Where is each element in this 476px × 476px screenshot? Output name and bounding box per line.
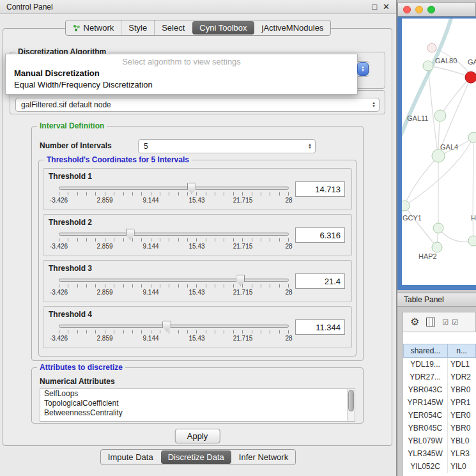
table-cell: YPR145W <box>403 396 448 409</box>
table-row[interactable]: YDL19...YDL1 <box>403 358 476 371</box>
threshold-slider[interactable]: -3.4262.8599.14415.4321.71528 <box>59 325 289 345</box>
table-cell: YPR1 <box>448 396 476 409</box>
network-graph: GAL80 GA GAL11 GAL4 GCY1 HAP2 H <box>402 19 476 285</box>
slider-tick-labels: -3.4262.8599.14415.4321.71528 <box>59 197 289 204</box>
node-label: HAP2 <box>418 252 437 260</box>
tab-style[interactable]: Style <box>121 20 154 35</box>
table-data-combo[interactable]: galFiltered.sif default node ▲▼ <box>15 98 380 112</box>
tab-impute-data[interactable]: Impute Data <box>101 450 160 464</box>
threshold-slider[interactable]: -3.4262.8599.14415.4321.71528 <box>59 279 289 299</box>
table-cell: YLR3 <box>448 447 476 460</box>
network-node[interactable] <box>434 110 446 121</box>
tick-label: 21.715 <box>233 197 253 204</box>
list-item[interactable]: SelfLoops <box>40 389 355 399</box>
table-cell: YIL052C <box>403 460 448 473</box>
node-label: GAL4 <box>440 143 458 151</box>
table-row[interactable]: YPR145WYPR1 <box>403 396 476 409</box>
network-node[interactable] <box>468 132 476 142</box>
slider-tick-labels: -3.4262.8599.14415.4321.71528 <box>59 289 289 296</box>
column-header[interactable]: n... <box>448 344 476 358</box>
tab-discretize-data[interactable]: Discretize Data <box>161 450 231 464</box>
columns-icon[interactable] <box>426 318 435 326</box>
algorithm-dropdown-options: Manual DiscretizationEqual Width/Frequen… <box>6 68 357 91</box>
combo-stepper-icon[interactable]: ▲ ▼ <box>357 62 369 76</box>
table-row[interactable]: YBR043CYBR0 <box>403 383 476 396</box>
threshold-panel: Threshold 1 -3.4262.8599.14415.4321.7152… <box>43 168 352 210</box>
combo-stepper-icon: ▲▼ <box>372 102 376 108</box>
tab-network[interactable]: Network <box>66 20 121 35</box>
table-row[interactable]: YBR045CYBR0 <box>403 422 476 434</box>
table-row[interactable]: YBL079WYBL0 <box>403 434 476 447</box>
tick-label: 21.715 <box>233 243 253 250</box>
network-node-selected[interactable] <box>465 72 476 83</box>
table-row[interactable]: YIL052CYIL0 <box>403 460 476 473</box>
zoom-traffic-light-icon[interactable] <box>427 6 435 13</box>
slider-track[interactable] <box>59 279 289 282</box>
attributes-group-title: Attributes to discretize <box>37 363 125 372</box>
tick-label: 9.144 <box>142 335 158 342</box>
table-cell: YDL19... <box>403 358 448 371</box>
dropdown-option[interactable]: Manual Discretization <box>6 68 357 79</box>
tick-label: -3.426 <box>50 335 68 342</box>
network-node[interactable] <box>427 43 436 52</box>
network-node[interactable] <box>432 150 445 162</box>
slider-track[interactable] <box>59 325 289 328</box>
tick-label: 15.43 <box>188 289 204 296</box>
number-of-intervals-combo[interactable]: 5 ▲▼ <box>138 139 316 153</box>
network-node[interactable] <box>433 223 443 233</box>
scrollbar[interactable] <box>347 389 355 421</box>
tick-label: -3.426 <box>50 197 68 204</box>
node-label: GAL80 <box>435 57 457 65</box>
table-row[interactable]: YDR27...YDR2 <box>403 371 476 383</box>
interval-definition-title: Interval Definition <box>37 121 107 130</box>
screen: Control Panel □ ✕ Discretization Algorit… <box>0 0 476 476</box>
slider-track[interactable] <box>59 233 289 236</box>
list-item[interactable]: TopologicalCoefficient <box>40 399 355 408</box>
network-frame: GAL80 GA GAL11 GAL4 GCY1 HAP2 H <box>397 17 476 290</box>
highlighted-edge[interactable] <box>402 19 452 146</box>
numerical-attributes-list[interactable]: SelfLoopsTopologicalCoefficientBetweenne… <box>40 388 355 422</box>
float-icon[interactable]: □ <box>372 2 377 12</box>
close-traffic-light-icon[interactable] <box>403 6 411 13</box>
table-toolbar: ⚙ ☑ ☑ <box>403 312 476 332</box>
network-node[interactable] <box>423 61 433 71</box>
network-window-titlebar[interactable] <box>397 3 476 17</box>
list-item[interactable]: BetweennessCentrality <box>40 408 355 418</box>
scrollbar-thumb[interactable] <box>348 390 354 411</box>
table-cell: YLR345W <box>403 447 448 460</box>
threshold-value-field[interactable]: 14.713 <box>295 181 345 197</box>
slider-tick-labels: -3.4262.8599.14415.4321.71528 <box>59 335 289 342</box>
table-row[interactable]: YLR345WYLR3 <box>403 447 476 460</box>
dropdown-option[interactable]: Equal Width/Frequency Discretization <box>6 79 357 91</box>
threshold-slider[interactable]: -3.4262.8599.14415.4321.71528 <box>59 233 289 253</box>
right-pane: GAL80 GA GAL11 GAL4 GCY1 HAP2 H Table Pa… <box>397 0 476 476</box>
node-label: GAL11 <box>407 114 428 122</box>
tab-select[interactable]: Select <box>154 20 192 35</box>
gear-icon[interactable]: ⚙ <box>410 317 419 327</box>
threshold-slider[interactable]: -3.4262.8599.14415.4321.71528 <box>59 187 289 207</box>
threshold-value-field[interactable]: 11.344 <box>295 319 345 335</box>
minimize-traffic-light-icon[interactable] <box>415 6 423 13</box>
node-table: shared... n... YDL19...YDL1YDR27...YDR2Y… <box>403 332 476 476</box>
threshold-value-field[interactable]: 21.4 <box>295 273 345 289</box>
close-icon[interactable]: ✕ <box>383 2 390 12</box>
table-cell: YDR2 <box>448 371 476 383</box>
column-header[interactable]: shared... <box>403 344 448 358</box>
network-node[interactable] <box>468 236 476 246</box>
numerical-attributes-label: Numerical Attributes <box>40 377 115 386</box>
table-cell: YER054C <box>403 409 448 422</box>
table-cell: YBR045C <box>403 422 448 434</box>
table-row[interactable]: YER054CYER0 <box>403 409 476 422</box>
tab-infer-network[interactable]: Infer Network <box>232 450 295 464</box>
network-canvas[interactable]: GAL80 GA GAL11 GAL4 GCY1 HAP2 H <box>402 19 476 285</box>
network-node[interactable] <box>432 242 442 252</box>
table-cell: YBR0 <box>448 383 476 396</box>
threshold-value-field[interactable]: 6.316 <box>295 227 345 243</box>
apply-button[interactable]: Apply <box>175 429 220 443</box>
tab-jactivemnodules[interactable]: jActiveMNodules <box>255 20 331 35</box>
tick-label: 9.144 <box>142 289 158 296</box>
tab-cyni-toolbox[interactable]: Cyni Toolbox <box>192 21 254 35</box>
select-columns-icon[interactable]: ☑ ☑ <box>442 319 459 326</box>
network-node[interactable] <box>402 201 410 211</box>
slider-track[interactable] <box>59 187 289 190</box>
